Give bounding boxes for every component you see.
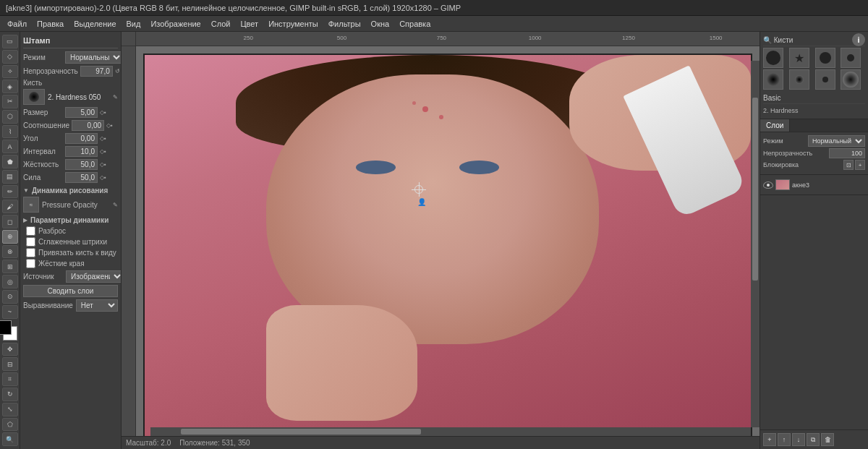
- tool-blur[interactable]: ◎: [2, 275, 18, 288]
- source-select[interactable]: Изображение: [66, 270, 122, 283]
- lower-layer-button[interactable]: ↓: [792, 433, 805, 446]
- duplicate-layer-button[interactable]: ⧉: [807, 433, 820, 446]
- params-section-header[interactable]: ▶ Параметры динамики: [23, 216, 118, 224]
- tool-text[interactable]: A: [2, 140, 18, 153]
- brush-cell-2[interactable]: ★: [789, 48, 809, 68]
- tool-paths[interactable]: ⌇: [2, 125, 18, 139]
- brush-thumbnail[interactable]: [23, 89, 45, 105]
- interval-input[interactable]: 10,0: [65, 146, 98, 157]
- hardness-input[interactable]: 50,0: [65, 159, 98, 170]
- tool-foreground-select[interactable]: ⬡: [2, 110, 18, 124]
- tool-smudge[interactable]: ~: [2, 305, 18, 319]
- tool-rotate[interactable]: ↻: [2, 388, 18, 401]
- size-input[interactable]: 5,00: [65, 107, 98, 118]
- align-label: Выравнивание: [23, 302, 73, 309]
- ruler-left: [122, 46, 136, 449]
- angle-input[interactable]: 0,00: [65, 133, 98, 144]
- tool-perspective-clone[interactable]: ⊞: [2, 260, 18, 273]
- tool-paintbrush[interactable]: 🖌: [2, 200, 18, 213]
- tool-free-select[interactable]: ◇: [2, 50, 18, 64]
- menu-help[interactable]: Справка: [395, 18, 435, 30]
- tool-gradient[interactable]: ▤: [2, 170, 18, 184]
- angle-row: Угол 0,00 ◇▪: [23, 133, 118, 144]
- layers-options: Режим Нормальный Непрозрачность Блокиров…: [760, 132, 868, 175]
- tool-eraser[interactable]: ◻: [2, 215, 18, 228]
- layer-name: акне3: [792, 181, 809, 189]
- align-select[interactable]: Нет: [76, 299, 118, 312]
- tool-fuzzy-select[interactable]: ⟡: [2, 65, 18, 79]
- merge-button[interactable]: Сводить слои: [23, 285, 118, 297]
- ruler-tick-1250: 1250: [622, 35, 635, 41]
- menu-edit[interactable]: Правка: [33, 18, 68, 30]
- smooth-checkbox[interactable]: [26, 237, 35, 247]
- tool-align[interactable]: ⊟: [2, 357, 18, 371]
- tool-move[interactable]: ✥: [2, 343, 18, 356]
- menu-filters[interactable]: Фильтры: [324, 18, 365, 30]
- scrollbar-vertical[interactable]: [751, 61, 760, 427]
- menu-layer[interactable]: Слой: [207, 18, 235, 30]
- foreground-color[interactable]: [0, 320, 12, 335]
- menu-tools[interactable]: Инструменты: [264, 18, 323, 30]
- tool-clone[interactable]: ⊕: [2, 230, 18, 244]
- dynamics-section-header[interactable]: ▼ Динамика рисования: [23, 187, 118, 194]
- menu-image[interactable]: Изображение: [146, 18, 205, 30]
- mode-select[interactable]: Нормальный: [65, 51, 122, 64]
- tool-color-select[interactable]: ◈: [2, 80, 18, 93]
- acne-dot-1: [422, 106, 428, 112]
- menu-view[interactable]: Вид: [122, 18, 145, 30]
- tool-rect-select[interactable]: ▭: [2, 35, 18, 48]
- opacity-reset[interactable]: ↺: [115, 68, 120, 74]
- brush-cell-3[interactable]: [815, 48, 835, 68]
- tool-bucket-fill[interactable]: ⬟: [2, 155, 18, 168]
- color-swatches[interactable]: [0, 320, 22, 338]
- canvas-area[interactable]: 250 500 750 1000 1250 1500: [122, 32, 760, 449]
- layers-mode-select[interactable]: Нормальный: [808, 135, 865, 147]
- force-input[interactable]: 50,0: [65, 172, 98, 183]
- menu-select[interactable]: Выделение: [69, 18, 120, 30]
- lock-alpha-button[interactable]: ⊡: [843, 160, 854, 170]
- brush-cell-5[interactable]: [763, 69, 783, 90]
- scroll-thumb-horizontal[interactable]: [181, 429, 421, 435]
- lock-pos-button[interactable]: +: [855, 160, 865, 170]
- layers-opacity-input[interactable]: [829, 148, 865, 158]
- brush-edit-icon[interactable]: ✎: [113, 94, 118, 101]
- tool-dodge[interactable]: ⊙: [2, 290, 18, 304]
- delete-layer-button[interactable]: 🗑: [821, 433, 834, 446]
- layer-item[interactable]: акне3: [763, 178, 865, 192]
- dynamics-icon[interactable]: ≈: [23, 197, 39, 213]
- tool-scissors[interactable]: ✂: [2, 95, 18, 108]
- tool-pencil[interactable]: ✏: [2, 185, 18, 199]
- bind-checkbox[interactable]: [26, 248, 35, 257]
- tool-heal[interactable]: ⊗: [2, 245, 18, 259]
- mode-label: Режим: [23, 54, 63, 61]
- layer-visibility-icon[interactable]: [763, 181, 773, 189]
- tool-scale[interactable]: ⤡: [2, 403, 18, 416]
- info-button[interactable]: i: [852, 33, 865, 46]
- ratio-input[interactable]: 0,00: [72, 120, 104, 131]
- dynamics-edit-icon[interactable]: ✎: [113, 202, 118, 208]
- tool-crop[interactable]: ⌗: [2, 372, 18, 386]
- scroll-thumb-vertical[interactable]: [752, 98, 758, 281]
- menu-color[interactable]: Цвет: [236, 18, 263, 30]
- hard-edges-checkbox[interactable]: [26, 259, 35, 268]
- tool-zoom[interactable]: 🔍: [2, 432, 18, 446]
- dynamics-title: Динамика рисования: [32, 187, 108, 194]
- brush-cell-8[interactable]: [841, 69, 861, 90]
- tool-shear[interactable]: ⬠: [2, 418, 18, 432]
- scatter-checkbox[interactable]: [26, 226, 35, 236]
- image-canvas[interactable]: 👤: [136, 46, 760, 449]
- tab-layers[interactable]: Слои: [760, 119, 790, 132]
- brush-cell-1[interactable]: [763, 48, 783, 68]
- menu-windows[interactable]: Окна: [367, 18, 394, 30]
- brush-cell-4[interactable]: [841, 48, 861, 68]
- brush-cell-7[interactable]: [815, 69, 835, 90]
- image-display[interactable]: 👤: [143, 54, 752, 442]
- dynamics-value: Pressure Opacity: [42, 201, 110, 209]
- layers-lock-row: Блокировка ⊡ +: [763, 160, 865, 170]
- raise-layer-button[interactable]: ↑: [778, 433, 791, 446]
- scrollbar-horizontal[interactable]: [150, 427, 751, 436]
- new-layer-button[interactable]: +: [763, 433, 776, 446]
- brush-cell-6[interactable]: [789, 69, 809, 90]
- opacity-input[interactable]: 97,0: [80, 66, 113, 77]
- menu-file[interactable]: Файл: [3, 18, 31, 30]
